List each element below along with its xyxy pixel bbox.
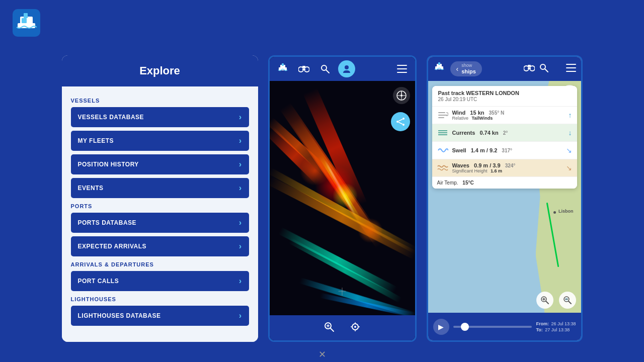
map1-bottom-toolbar [270,315,415,340]
position-history-button[interactable]: POSITION HISTORY › [71,154,249,174]
svg-point-48 [555,64,559,68]
timeline-to: To: 27 Jul 13:38 [536,327,576,332]
air-temp-value: 15°C [462,180,473,186]
map1-user-button[interactable] [338,60,355,77]
map1-binoculars-icon[interactable] [296,61,312,77]
map1-zoom-icon[interactable] [324,321,335,334]
wind-data: Wind 15 kn 355° N Relative TailWinds [452,110,565,121]
swell-arrow-icon: ↘ [566,146,572,154]
svg-point-14 [345,65,349,69]
port-calls-button[interactable]: PORT CALLS › [71,271,249,291]
compass-button[interactable] [393,87,410,104]
svg-rect-4 [22,18,27,23]
timeline-bar: ▶ From: 26 Jul 13:38 To: 27 Jul 13:38 [428,313,581,340]
share-button[interactable] [391,112,410,131]
current-icon [437,127,448,138]
map2-binoculars-icon[interactable] [524,63,535,74]
info-map-panel: ‹ show ships [427,55,583,342]
svg-rect-49 [566,64,576,65]
explore-panel: Explore VESSELS VESSELS DATABASE › MY FL… [62,55,258,342]
map2-zoom-in-button[interactable] [536,292,553,309]
wind-label: Wind 15 kn 355° N [452,110,565,116]
map2-toolbar: ‹ show ships [428,57,581,81]
svg-point-25 [403,118,405,120]
svg-rect-66 [438,112,445,113]
map1-locate-icon[interactable] [350,321,361,334]
app-logo [10,7,43,39]
current-data: Currents 0.74 kn 2° [452,130,565,136]
arrow-icon: › [239,242,242,251]
vessels-section-label: VESSELS [71,98,249,104]
svg-rect-44 [528,68,531,69]
explore-header: Explore [62,55,258,86]
arrow-icon: › [239,160,242,169]
svg-point-26 [403,124,405,126]
waves-value: 0.9 m / 3.9 [474,162,501,168]
wind-row: Wind 15 kn 355° N Relative TailWinds ↑ [432,107,577,124]
events-button[interactable]: EVENTS › [71,178,249,198]
expected-arrivals-button[interactable]: EXPECTED ARRIVALS › [71,236,249,256]
current-value: 0.74 kn [479,130,498,136]
map2-zoom-out-button[interactable] [559,292,576,309]
lisbon-text: Lisbon [558,209,574,214]
svg-rect-11 [302,66,305,68]
air-temp-row: Air Temp. 15°C [432,177,577,189]
arrow-icon: › [239,184,242,193]
swell-direction: 317° [502,148,512,153]
position-history-label: POSITION HISTORY [78,161,139,168]
svg-rect-50 [566,67,576,68]
ports-section-label: PORTS [71,203,249,209]
ships-label: ships [461,68,476,74]
back-arrow-icon: ‹ [456,65,459,73]
lighthouses-database-button[interactable]: LIGHTHOUSES DATABASE › [71,306,249,326]
main-content: Explore VESSELS VESSELS DATABASE › MY FL… [0,45,644,362]
track-title: Past track WESTERN LONDON [438,90,571,96]
port-calls-label: PORT CALLS [78,278,119,285]
svg-point-24 [396,121,398,123]
swell-label: Swell 1.4 m / 9.2 317° [452,147,562,153]
map2-menu-icon[interactable] [566,64,576,74]
timeline-thumb[interactable] [461,323,469,331]
lighthouses-section-label: LIGHTHOUSES [71,296,249,302]
map2-search-icon[interactable] [539,63,549,75]
svg-line-63 [569,301,571,304]
current-direction: 2° [503,130,508,136]
svg-rect-68 [438,117,444,118]
my-fleets-button[interactable]: MY FLEETS › [71,131,249,151]
map1-ship-icon[interactable] [275,61,291,77]
map2-user-button[interactable] [553,63,562,74]
svg-rect-15 [397,65,407,66]
top-bar [0,0,644,45]
swell-data: Swell 1.4 m / 9.2 317° [452,147,562,153]
svg-line-13 [326,70,329,73]
svg-rect-3 [24,13,28,18]
explore-body: VESSELS VESSELS DATABASE › MY FLEETS › P… [62,86,258,342]
svg-rect-16 [397,68,407,69]
show-ships-button[interactable]: ‹ show ships [450,61,482,76]
info-card-header: Past track WESTERN LONDON 26 Jul 20:19 U… [432,86,577,107]
current-label: Currents 0.74 kn 2° [452,130,565,136]
waves-sub: Significant Height 1.6 m [452,168,562,173]
vessels-database-button[interactable]: VESSELS DATABASE › [71,107,249,127]
wind-direction: 355° N [489,110,505,116]
current-row: Currents 0.74 kn 2° ↓ [432,124,577,142]
svg-rect-51 [566,71,576,72]
track-date: 26 Jul 20:19 UTC [438,97,571,102]
waves-direction: 324° [505,163,516,168]
map1-search-icon[interactable] [317,61,333,77]
density-map-panel [268,55,417,342]
ports-database-button[interactable]: PORTS DATABASE › [71,213,249,233]
svg-line-47 [545,69,548,72]
my-fleets-label: MY FLEETS [78,137,114,144]
arrivals-departures-section-label: ARRIVALS & DEPARTURES [71,261,249,267]
play-button[interactable]: ▶ [433,319,449,335]
timeline-track[interactable] [453,326,532,328]
map1-menu-icon[interactable] [394,61,410,77]
vessels-database-label: VESSELS DATABASE [78,114,144,121]
map2-ship-icon[interactable] [433,62,445,76]
waves-subvalue: 1.6 m [491,168,502,173]
arrow-icon: › [239,136,242,145]
svg-rect-7 [282,63,284,66]
svg-rect-45 [528,65,531,67]
events-label: EVENTS [78,185,104,192]
